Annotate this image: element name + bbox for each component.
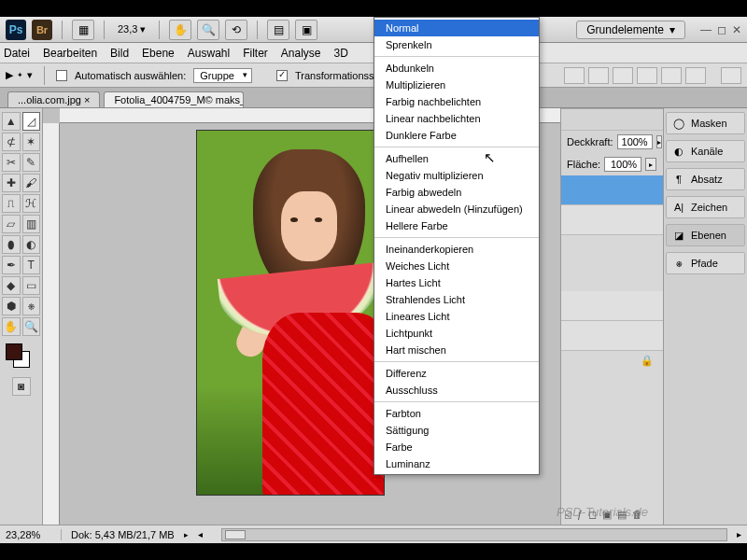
hand-tool-icon[interactable]: ✋ bbox=[169, 20, 191, 40]
new-layer-icon[interactable]: ▤ bbox=[617, 509, 627, 521]
new-group-icon[interactable]: ▣ bbox=[602, 509, 612, 521]
zoom-tool[interactable]: 🔍 bbox=[22, 317, 41, 336]
eraser-tool[interactable]: ▱ bbox=[2, 215, 21, 233]
blend-mode-item[interactable]: Weiches Licht bbox=[374, 258, 539, 274]
layers-list[interactable]: 🔒 ⍃ ƒ ◻ ▣ ▤ 🗑 bbox=[561, 175, 663, 525]
menu-auswahl[interactable]: Auswahl bbox=[188, 47, 230, 60]
auto-select-target-dropdown[interactable]: Gruppe bbox=[193, 68, 252, 83]
blend-mode-item[interactable]: Hartes Licht bbox=[374, 274, 539, 291]
menu-bild[interactable]: Bild bbox=[110, 47, 129, 60]
bridge-logo-icon[interactable]: Br bbox=[32, 20, 52, 40]
path-select-tool[interactable]: ◆ bbox=[2, 276, 21, 295]
delete-layer-icon[interactable]: 🗑 bbox=[632, 509, 642, 521]
blend-mode-item[interactable]: Dunklere Farbe bbox=[374, 127, 539, 144]
blend-mode-item[interactable]: Differenz bbox=[374, 365, 539, 382]
blend-mode-item[interactable]: Linear nachbelichten bbox=[374, 110, 539, 127]
tab-close-icon[interactable]: × bbox=[84, 94, 90, 105]
rotate-view-icon[interactable]: ⟲ bbox=[225, 20, 247, 40]
blend-mode-item[interactable]: Multiplizieren bbox=[374, 77, 539, 93]
menu-datei[interactable]: Datei bbox=[4, 47, 30, 60]
3d-tool[interactable]: ⬢ bbox=[2, 297, 21, 315]
hand-tool[interactable]: ✋ bbox=[2, 317, 21, 336]
blend-mode-item[interactable]: Negativ multiplizieren bbox=[374, 167, 539, 184]
layer-row[interactable] bbox=[561, 321, 663, 351]
lock-icon[interactable]: 🔒 bbox=[641, 355, 654, 367]
menu-3d[interactable]: 3D bbox=[334, 47, 348, 60]
gradient-tool[interactable]: ▥ bbox=[22, 215, 41, 233]
blend-mode-item[interactable]: Strahlendes Licht bbox=[374, 291, 539, 308]
opacity-field[interactable]: 100% bbox=[617, 134, 653, 149]
panel-tab-masken[interactable]: ◯Masken bbox=[666, 112, 745, 134]
fill-field[interactable]: 100% bbox=[604, 157, 641, 172]
auto-select-checkbox[interactable] bbox=[56, 70, 67, 81]
blend-mode-dropdown[interactable]: NormalSprenkelnAbdunkelnMultiplizierenFa… bbox=[374, 17, 540, 475]
ps-logo-icon[interactable]: Ps bbox=[6, 20, 26, 40]
horizontal-scrollbar[interactable] bbox=[221, 528, 727, 541]
blend-mode-item[interactable]: Farbig abwedeln bbox=[374, 184, 539, 201]
link-layers-icon[interactable]: ⍃ bbox=[565, 509, 571, 521]
fill-flyout-icon[interactable]: ▸ bbox=[645, 158, 656, 171]
dodge-tool[interactable]: ◐ bbox=[22, 235, 41, 254]
align-button[interactable] bbox=[613, 67, 633, 84]
3d-camera-tool[interactable]: ⎈ bbox=[22, 297, 41, 315]
menu-analyse[interactable]: Analyse bbox=[281, 47, 321, 60]
document-tab[interactable]: ...olia.com.jpg × bbox=[7, 91, 100, 107]
blend-mode-item[interactable]: Farbton bbox=[374, 405, 539, 422]
blend-mode-item[interactable]: Normal bbox=[374, 20, 539, 36]
layer-row[interactable] bbox=[561, 291, 663, 321]
lasso-tool[interactable]: ⊄ bbox=[2, 133, 21, 151]
eyedropper-tool[interactable]: ✎ bbox=[22, 153, 41, 172]
align-button[interactable] bbox=[588, 67, 609, 84]
blend-mode-item[interactable]: Hart mischen bbox=[374, 342, 539, 358]
panel-tab-zeichen[interactable]: A|Zeichen bbox=[666, 196, 745, 218]
panel-tab-kanaele[interactable]: ◐Kanäle bbox=[666, 140, 745, 162]
panel-tab-ebenen[interactable]: ◪Ebenen bbox=[666, 224, 745, 246]
blend-mode-item[interactable]: Linear abwedeln (Hinzufügen) bbox=[374, 201, 539, 217]
crop-tool[interactable]: ✂ bbox=[2, 153, 21, 172]
foreground-color-swatch[interactable] bbox=[6, 343, 22, 360]
layer-row[interactable] bbox=[561, 175, 663, 205]
align-button[interactable] bbox=[637, 67, 657, 84]
blend-mode-item[interactable]: Ineinanderkopieren bbox=[374, 241, 539, 258]
launch-bridge-button[interactable]: ▦ bbox=[72, 20, 94, 40]
blend-mode-item[interactable]: Lichtpunkt bbox=[374, 325, 539, 342]
current-tool-indicator[interactable]: ▶✦ ▾ bbox=[6, 69, 33, 81]
align-button[interactable] bbox=[685, 67, 706, 84]
menu-filter[interactable]: Filter bbox=[243, 47, 268, 60]
blend-mode-item[interactable]: Farbig nachbelichten bbox=[374, 93, 539, 110]
workspace-switcher[interactable]: Grundelemente▾ bbox=[576, 21, 685, 39]
stamp-tool[interactable]: ⎍ bbox=[2, 194, 21, 213]
panel-collapsed-header[interactable] bbox=[561, 108, 663, 131]
pen-tool[interactable]: ✒ bbox=[2, 256, 21, 274]
shape-tool[interactable]: ▭ bbox=[22, 276, 41, 295]
layer-row[interactable] bbox=[561, 205, 663, 235]
blend-mode-item[interactable]: Farbe bbox=[374, 439, 539, 455]
panel-tab-absatz[interactable]: ¶Absatz bbox=[666, 168, 745, 190]
document-tab[interactable]: Fotolia_4004759_M© maks_photo - Fotolia.… bbox=[104, 91, 244, 107]
screen-mode-icon[interactable]: ▣ bbox=[295, 20, 317, 40]
blend-mode-item[interactable]: Hellere Farbe bbox=[374, 217, 539, 234]
maximize-button[interactable]: ◻ bbox=[717, 23, 726, 36]
menu-bearbeiten[interactable]: Bearbeiten bbox=[43, 47, 97, 60]
brush-tool[interactable]: 🖌 bbox=[22, 174, 41, 192]
color-swatches[interactable] bbox=[2, 343, 40, 371]
scrollbar-thumb[interactable] bbox=[225, 530, 246, 539]
blend-mode-item[interactable]: Luminanz bbox=[374, 455, 539, 472]
align-button[interactable] bbox=[661, 67, 682, 84]
blend-mode-item[interactable]: Sättigung bbox=[374, 422, 539, 439]
blend-mode-item[interactable]: Aufhellen bbox=[374, 150, 539, 167]
history-brush-tool[interactable]: ℋ bbox=[22, 194, 41, 213]
zoom-tool-icon[interactable]: 🔍 bbox=[197, 20, 219, 40]
status-zoom-field[interactable]: 23,28% bbox=[6, 529, 62, 540]
distribute-button[interactable] bbox=[721, 67, 741, 84]
blend-mode-item[interactable]: Ausschluss bbox=[374, 382, 539, 399]
minimize-button[interactable]: — bbox=[700, 23, 712, 36]
status-doc-info[interactable]: Dok: 5,43 MB/21,7 MB bbox=[71, 529, 175, 540]
move-tool[interactable]: ▲ bbox=[2, 112, 21, 131]
quick-mask-icon[interactable]: ◙ bbox=[12, 377, 31, 396]
menu-ebene[interactable]: Ebene bbox=[142, 47, 175, 60]
type-tool[interactable]: T bbox=[22, 256, 41, 274]
layer-mask-icon[interactable]: ◻ bbox=[588, 509, 597, 521]
panel-tab-pfade[interactable]: ⎈Pfade bbox=[666, 252, 745, 274]
zoom-level-field[interactable]: 23,3 ▾ bbox=[114, 23, 149, 35]
